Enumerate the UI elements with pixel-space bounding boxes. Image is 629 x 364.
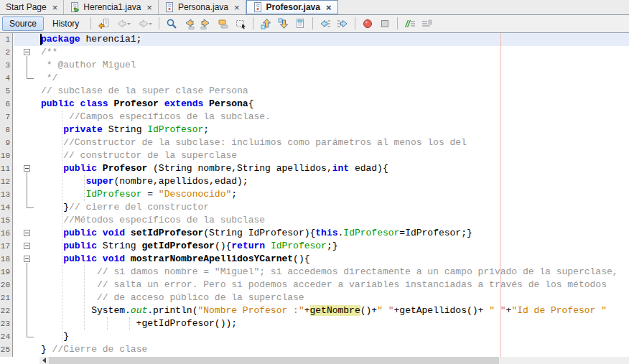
code-line[interactable]: public Profesor (String nombre,String ap…	[0, 162, 629, 175]
code-token: public class	[41, 98, 113, 109]
code-token	[41, 253, 63, 264]
fold-scope-line	[27, 263, 27, 337]
code-line[interactable]: public class Profesor extends Persona{	[0, 98, 629, 111]
code-line[interactable]: }	[0, 330, 629, 343]
code-line[interactable]: */	[0, 72, 629, 85]
code-token: IdProfesor	[147, 124, 203, 135]
code-line[interactable]: } //Cierre de clase	[0, 343, 629, 356]
code-token: public void	[63, 228, 131, 238]
line-number: 8	[0, 123, 12, 136]
toggle-highlight-search-icon[interactable]	[215, 16, 231, 31]
code-token: Persona	[209, 98, 248, 109]
code-token: }	[41, 202, 69, 213]
code-line[interactable]: super(nombre,apellidos,edad);	[0, 175, 629, 188]
fold-toggle-icon[interactable]	[24, 230, 30, 236]
shift-line-left-icon[interactable]	[317, 16, 333, 31]
jump-back-icon[interactable]	[113, 16, 133, 31]
uncomment-icon[interactable]	[419, 16, 435, 31]
code-line[interactable]: /**	[0, 46, 629, 59]
code-line[interactable]: public void mostrarNombreApellidosYCarne…	[0, 253, 629, 266]
jump-forward-icon[interactable]	[134, 16, 154, 31]
tab-label: Start Page	[6, 2, 47, 12]
fold-toggle-icon[interactable]	[24, 256, 30, 262]
last-edit-position-icon[interactable]	[95, 16, 111, 31]
code-line[interactable]: public void setIdProfesor(String IdProfe…	[0, 227, 629, 240]
next-bookmark-icon[interactable]	[275, 16, 291, 31]
line-number: 1	[0, 33, 12, 46]
tab-herencia1-java[interactable]: Herencia1.java ×	[64, 0, 159, 14]
code-line[interactable]: // de acceso público de la superclase	[0, 291, 629, 304]
tab-profesor-java[interactable]: Profesor.java ×	[246, 0, 338, 14]
code-token: " "	[377, 305, 393, 316]
code-line[interactable]: // salta un error. Pero si podemos acced…	[0, 279, 629, 291]
tab-persona-java[interactable]: Persona.java ×	[159, 0, 246, 14]
find-next-occurrence-icon[interactable]	[198, 16, 214, 31]
previous-bookmark-icon[interactable]	[258, 16, 274, 31]
tab-start-page[interactable]: Start Page ×	[0, 0, 64, 14]
code-token: //Constructor de la subclase: incluimos …	[41, 137, 467, 148]
code-token: extends	[164, 98, 209, 109]
fold-toggle-icon[interactable]	[24, 165, 30, 172]
code-token: getIdProfesor	[141, 241, 214, 251]
code-line[interactable]: +getIdProfesor());	[0, 317, 629, 330]
code-line[interactable]: * @author Miguel	[0, 59, 629, 72]
line-number: 23	[0, 317, 12, 330]
code-token: +getApellidos()+	[394, 305, 490, 316]
scrollbar-track[interactable]	[39, 357, 629, 364]
code-token	[265, 241, 271, 251]
code-line[interactable]: IdProfesor = "Desconocido";	[0, 188, 629, 201]
find-selection-icon[interactable]	[164, 16, 180, 31]
code-token	[41, 228, 63, 238]
code-token: * @author Miguel	[41, 60, 136, 70]
code-token: .println(	[147, 305, 197, 316]
close-icon[interactable]: ×	[234, 3, 240, 12]
code-token: int	[332, 163, 349, 174]
code-line[interactable]: public String getIdProfesor(){return IdP…	[0, 240, 629, 253]
toolbar-separator	[397, 17, 398, 29]
code-area[interactable]: package herencia1;/** * @author Miguel *…	[0, 33, 629, 357]
close-icon[interactable]: ×	[52, 3, 58, 12]
code-line[interactable]: }// cierre del constructor	[0, 201, 629, 214]
line-number: 14	[0, 201, 12, 214]
code-token: //Campos específicos de la subclase.	[41, 111, 271, 122]
line-number: 11	[0, 162, 12, 175]
code-token: ;}	[327, 241, 338, 251]
scroll-left-arrow-icon[interactable]	[39, 357, 49, 364]
history-view-button[interactable]: History	[45, 17, 86, 31]
code-token: (nombre,apellidos,edad);	[113, 176, 248, 187]
start-macro-recording-icon[interactable]	[360, 16, 376, 31]
code-line[interactable]: package herencia1;	[0, 33, 629, 46]
code-line[interactable]: // constructor de la superclase	[0, 149, 629, 162]
code-token: public	[63, 241, 97, 251]
code-line[interactable]: //Métodos específicos de la subclase	[0, 214, 629, 227]
line-number: 13	[0, 188, 12, 201]
shift-line-right-icon[interactable]	[335, 16, 350, 31]
fold-column	[14, 33, 40, 357]
find-previous-occurrence-icon[interactable]	[181, 16, 197, 31]
code-line[interactable]: private String IdProfesor;	[0, 123, 629, 136]
code-line[interactable]: // si damos nombre = "Miguel"; si accede…	[0, 266, 629, 279]
code-line[interactable]: //Constructor de la subclase: incluimos …	[0, 136, 629, 149]
code-line[interactable]: System.out.println("Nombre Profesor :"+g…	[0, 304, 629, 317]
code-token: // de acceso público de la superclase	[41, 292, 304, 303]
source-view-button[interactable]: Source	[2, 17, 44, 31]
toggle-bookmark-icon[interactable]	[292, 16, 308, 31]
code-token: String	[103, 124, 147, 135]
code-token	[41, 189, 85, 200]
line-number-gutter[interactable]: 1234567891011121314151617181920212223242…	[0, 33, 13, 357]
stop-macro-recording-icon[interactable]	[377, 16, 393, 31]
code-line[interactable]: //Campos específicos de la subclase.	[0, 111, 629, 123]
comment-icon[interactable]	[402, 16, 418, 31]
fold-scope-end	[27, 78, 34, 79]
code-token: mostrarNombreApellidosYCarnet	[131, 253, 293, 264]
close-icon[interactable]: ×	[146, 3, 152, 12]
code-line[interactable]: // subclase de la super clase Persona	[0, 85, 629, 98]
toggle-rectangular-selection-icon[interactable]	[233, 16, 248, 31]
fold-toggle-icon[interactable]	[24, 49, 30, 55]
text-caret	[40, 34, 42, 45]
scrollbar-thumb[interactable]	[49, 357, 499, 364]
tab-label: Profesor.java	[266, 2, 320, 12]
close-icon[interactable]: ×	[326, 3, 332, 12]
line-number: 6	[0, 98, 12, 111]
fold-toggle-icon[interactable]	[24, 243, 30, 249]
